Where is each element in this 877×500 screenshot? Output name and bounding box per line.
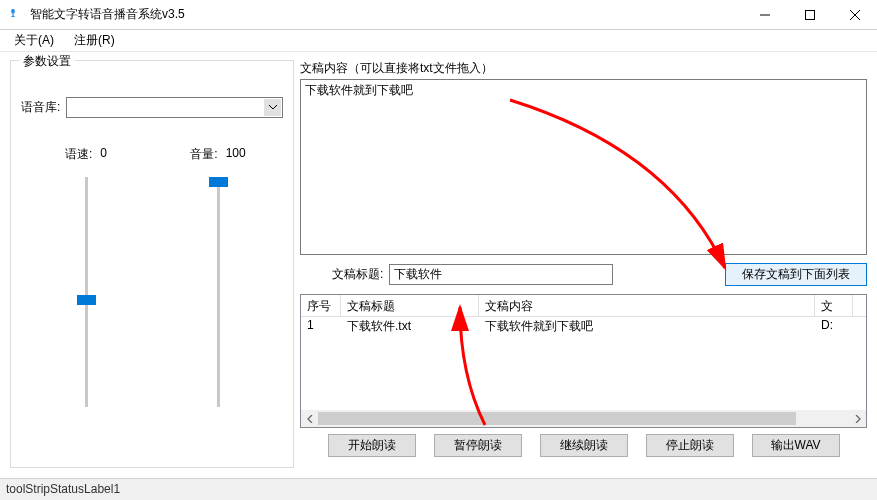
h-scrollbar[interactable] bbox=[301, 410, 866, 427]
volume-value: 100 bbox=[226, 146, 246, 163]
resume-read-button[interactable]: 继续朗读 bbox=[540, 434, 628, 457]
speed-thumb[interactable] bbox=[77, 295, 96, 305]
col-title[interactable]: 文稿标题 bbox=[341, 295, 479, 316]
col-seq[interactable]: 序号 bbox=[301, 295, 341, 316]
voice-lib-select[interactable] bbox=[66, 97, 283, 118]
minimize-button[interactable] bbox=[742, 0, 787, 30]
voice-lib-label: 语音库: bbox=[21, 99, 60, 116]
doc-title-label: 文稿标题: bbox=[332, 266, 383, 283]
svg-rect-1 bbox=[12, 13, 13, 16]
content-label: 文稿内容（可以直接将txt文件拖入） bbox=[300, 60, 867, 77]
speed-value: 0 bbox=[100, 146, 107, 163]
app-icon bbox=[8, 7, 24, 23]
close-button[interactable] bbox=[832, 0, 877, 30]
doc-title-input[interactable] bbox=[389, 264, 613, 285]
params-legend: 参数设置 bbox=[19, 53, 75, 70]
speed-slider[interactable] bbox=[85, 177, 88, 407]
svg-rect-4 bbox=[805, 10, 814, 19]
svg-rect-2 bbox=[11, 16, 15, 17]
content-textarea[interactable] bbox=[300, 79, 867, 255]
svg-point-0 bbox=[11, 8, 15, 13]
col-path[interactable]: 文 bbox=[815, 295, 853, 316]
stop-read-button[interactable]: 停止朗读 bbox=[646, 434, 734, 457]
doc-listview[interactable]: 序号 文稿标题 文稿内容 文 1 下载软件.txt 下载软件就到下载吧 D: bbox=[300, 294, 867, 428]
pause-read-button[interactable]: 暂停朗读 bbox=[434, 434, 522, 457]
window-title: 智能文字转语音播音系统v3.5 bbox=[30, 6, 742, 23]
menu-register[interactable]: 注册(R) bbox=[64, 30, 125, 51]
params-group: 参数设置 语音库: 语速: 0 音量: 100 bbox=[10, 60, 294, 468]
scroll-right-icon[interactable] bbox=[849, 410, 866, 427]
export-wav-button[interactable]: 输出WAV bbox=[752, 434, 840, 457]
volume-slider[interactable] bbox=[217, 177, 220, 407]
col-content[interactable]: 文稿内容 bbox=[479, 295, 815, 316]
table-row[interactable]: 1 下载软件.txt 下载软件就到下载吧 D: bbox=[301, 317, 866, 335]
scroll-left-icon[interactable] bbox=[301, 410, 318, 427]
scroll-thumb[interactable] bbox=[318, 412, 796, 425]
save-to-list-button[interactable]: 保存文稿到下面列表 bbox=[725, 263, 867, 286]
chevron-down-icon bbox=[264, 99, 281, 116]
volume-thumb[interactable] bbox=[209, 177, 228, 187]
speed-label: 语速: bbox=[65, 146, 92, 163]
menu-about[interactable]: 关于(A) bbox=[4, 30, 64, 51]
start-read-button[interactable]: 开始朗读 bbox=[328, 434, 416, 457]
volume-label: 音量: bbox=[190, 146, 217, 163]
maximize-button[interactable] bbox=[787, 0, 832, 30]
status-bar: toolStripStatusLabel1 bbox=[0, 478, 877, 500]
